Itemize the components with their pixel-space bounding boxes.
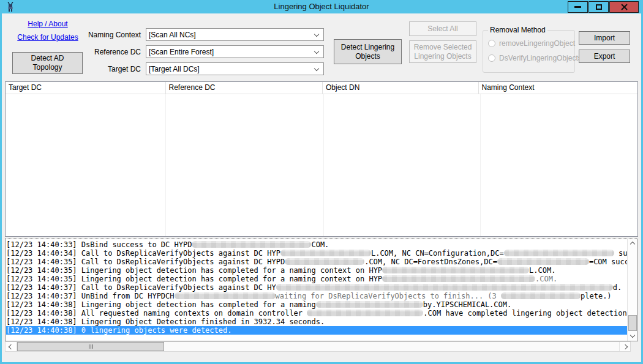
log-list: [12/23 14:40:33] DsBind success to DC HY… (6, 240, 627, 341)
log-line[interactable]: [12/23 14:40:38] Lingering object detect… (6, 300, 627, 309)
log-listbox[interactable]: [12/23 14:40:33] DsBind success to DC HY… (5, 239, 638, 341)
log-text: [12/23 14:40:35] Call to DsReplicaVerify… (6, 258, 285, 266)
redacted-text (501, 292, 581, 299)
minimize-icon (574, 6, 581, 8)
log-line[interactable]: [12/23 14:40:38] Lingering Object Detect… (6, 318, 627, 326)
log-text: [12/23 14:40:35] Lingering object detect… (6, 266, 382, 275)
log-line[interactable]: [12/23 14:40:37] Call to DsReplicaVerify… (6, 283, 627, 292)
log-line[interactable]: [12/23 14:40:35] Call to DsReplicaVerify… (6, 258, 627, 266)
target-dc-select[interactable]: [Target All DCs] (146, 62, 324, 75)
removal-method-title: Removal Method (488, 26, 547, 34)
log-text: [12/23 14:40:33] DsBind success to DC HY… (6, 240, 192, 249)
log-vertical-scrollbar[interactable] (627, 239, 637, 341)
log-line[interactable]: [12/23 14:40:35] Lingering object detect… (6, 275, 627, 283)
target-dc-row: Target DC [Target All DCs] (57, 62, 324, 75)
removal-method-group: Removal Method removeLingeringObject DsV… (483, 30, 575, 73)
log-text: plete.) (581, 292, 612, 300)
redacted-text (307, 310, 423, 316)
log-text: .COM have completed lingering object det… (423, 309, 627, 318)
log-line[interactable]: [12/23 14:40:38] All requested naming co… (6, 309, 627, 318)
chevron-down-icon (314, 32, 319, 37)
log-text: =COM succeeded. (589, 258, 627, 266)
select-all-button[interactable]: Select All (409, 21, 476, 36)
redacted-text (316, 301, 423, 308)
chevron-down-icon (314, 66, 319, 71)
reference-dc-value: [Scan Entire Forest] (149, 48, 214, 56)
maximize-button[interactable] (588, 1, 609, 13)
vertical-scrollbar-thumb[interactable] (628, 315, 637, 331)
log-text: .COM, NC DC=ForestDnsZones,DC= (364, 258, 497, 266)
log-text: [12/23 14:40:38] Lingering Object Detect… (6, 318, 325, 326)
column-header-reference-dc[interactable]: Reference DC (166, 82, 323, 94)
log-text: L.COM. (529, 266, 555, 275)
redacted-text (504, 250, 614, 256)
log-text: by.YIPSCHEMICAL.COM. (423, 300, 512, 309)
scroll-up-button[interactable] (628, 239, 637, 249)
redacted-text (285, 258, 364, 265)
redacted-text (497, 258, 589, 265)
close-button[interactable] (609, 1, 639, 13)
log-text: L.COM, NC CN=Configuration,DC= (371, 249, 504, 258)
log-line[interactable]: [12/23 14:40:33] DsBind success to DC HY… (6, 240, 627, 249)
column-divider (480, 94, 481, 236)
redacted-text (382, 275, 535, 282)
radio-remove-lingering-object[interactable]: removeLingeringObject (488, 39, 574, 48)
log-text: [12/23 14:40:35] Lingering object detect… (6, 275, 382, 283)
column-divider (165, 94, 166, 236)
titlebar[interactable]: Lingering Object Liquidator (0, 0, 643, 13)
radio-dsverify-lingering-objects[interactable]: DsVerifyLingeringObjects (488, 54, 574, 62)
chevron-right-icon (622, 344, 627, 349)
column-divider (323, 94, 324, 236)
table-body (6, 94, 637, 236)
log-line[interactable]: [12/23 14:40:34] Call to DsReplicaVerify… (6, 249, 627, 258)
horizontal-scrollbar-thumb[interactable] (17, 342, 164, 351)
scrollbar-grip (91, 344, 91, 349)
column-header-target-dc[interactable]: Target DC (6, 82, 166, 94)
redacted-text (382, 267, 529, 273)
scroll-left-button[interactable] (6, 342, 17, 351)
scroll-right-button[interactable] (619, 342, 630, 351)
table-header: Target DC Reference DC Object DN Naming … (6, 82, 637, 94)
target-dc-value: [Target All DCs] (149, 65, 200, 73)
results-listview[interactable]: Target DC Reference DC Object DN Naming … (5, 81, 638, 237)
close-icon (621, 4, 628, 10)
log-line[interactable]: [12/23 14:40:37] UnBind from DC HYPDCHwa… (6, 292, 627, 300)
scrollbar-grip (92, 344, 93, 349)
reference-dc-select[interactable]: [Scan Entire Forest] (146, 45, 324, 58)
log-text: COM. (311, 240, 329, 249)
log-text: [12/23 14:40:38] 0 lingering objects wer… (6, 326, 231, 335)
reference-dc-row: Reference DC [Scan Entire Forest] (57, 45, 324, 58)
import-button[interactable]: Import (579, 31, 630, 45)
redacted-text (175, 292, 276, 299)
log-text: .COM. (535, 275, 557, 283)
reference-dc-label: Reference DC (57, 48, 146, 56)
log-line[interactable]: [12/23 14:40:35] Lingering object detect… (6, 266, 627, 275)
window: Lingering Object Liquidator Help / About… (0, 0, 643, 364)
naming-context-value: [Scan All NCs] (149, 31, 196, 39)
log-text: [12/23 14:40:34] Call to DsReplicaVerify… (6, 249, 280, 258)
detect-lingering-objects-button[interactable]: Detect Lingering Objects (334, 39, 402, 64)
scroll-down-button[interactable] (628, 331, 637, 341)
log-line[interactable]: [12/23 14:40:38] 0 lingering objects wer… (6, 326, 627, 335)
log-text: succeeded. (614, 249, 627, 258)
horizontal-scrollbar[interactable] (5, 341, 631, 352)
chevron-up-icon (630, 242, 635, 247)
maximize-icon (596, 4, 602, 10)
target-dc-label: Target DC (57, 65, 146, 73)
radio-icon (488, 40, 495, 47)
column-header-naming-context[interactable]: Naming Context (479, 82, 638, 94)
window-title: Lingering Object Liquidator (274, 2, 369, 11)
column-header-object-dn[interactable]: Object DN (323, 82, 479, 94)
scrollbar-grip (89, 344, 89, 349)
remove-selected-button[interactable]: Remove Selected Lingering Objects (409, 40, 476, 63)
naming-context-row: Naming Context [Scan All NCs] (57, 28, 324, 41)
naming-context-select[interactable]: [Scan All NCs] (146, 28, 324, 41)
radio-label: removeLingeringObject (499, 39, 575, 48)
minimize-button[interactable] (568, 1, 588, 13)
app-icon (6, 2, 15, 12)
redacted-text (276, 284, 613, 291)
redacted-text (192, 241, 311, 248)
export-button[interactable]: Export (579, 50, 630, 63)
help-about-link[interactable]: Help / About (18, 20, 77, 28)
log-text: [12/23 14:40:37] UnBind from DC HYPDCH (6, 292, 175, 300)
